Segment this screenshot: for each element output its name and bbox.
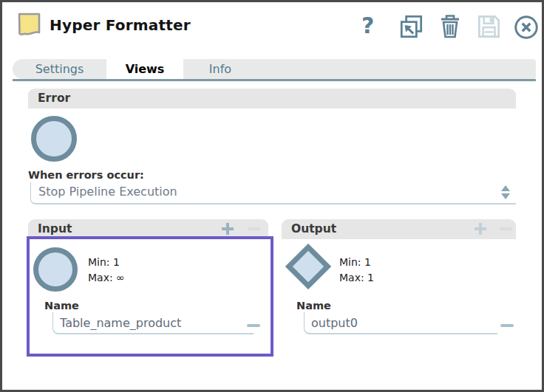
input-min-label: Min: 1 [88, 256, 120, 268]
input-name-label: Name [44, 300, 79, 312]
input-section-title: Input [38, 222, 72, 235]
output-name-field[interactable] [304, 312, 497, 334]
hyper-formatter-dialog: Hyper Formatter ? [0, 0, 544, 392]
select-spinner-icon [501, 185, 510, 199]
tab-bar: Settings Views Info [13, 59, 536, 79]
output-view-diamond-icon [285, 244, 331, 289]
close-icon[interactable] [512, 13, 540, 41]
tab-underline [13, 79, 536, 81]
help-icon[interactable]: ? [361, 12, 390, 40]
input-section-header: Input [28, 219, 268, 239]
tab-views[interactable]: Views [106, 59, 183, 79]
input-name-field[interactable] [52, 312, 254, 334]
sticky-note-icon [16, 11, 43, 42]
when-errors-occur-label: When errors occur: [28, 169, 144, 181]
save-icon [475, 13, 503, 41]
error-behavior-select[interactable]: Stop Pipeline Execution [30, 182, 516, 204]
remove-output-view-button[interactable] [499, 222, 512, 235]
export-snap-icon[interactable] [398, 13, 426, 41]
error-section-header: Error [28, 89, 516, 109]
add-input-view-button[interactable] [221, 222, 234, 235]
add-output-view-button[interactable] [474, 222, 487, 235]
tab-info[interactable]: Info [183, 59, 257, 79]
remove-input-view-button[interactable] [248, 222, 261, 235]
output-max-label: Max: 1 [339, 272, 374, 283]
remove-input-name-button[interactable] [247, 324, 260, 327]
chevron-up-icon [501, 185, 510, 191]
error-behavior-selected-value: Stop Pipeline Execution [31, 182, 516, 202]
output-name-label: Name [296, 300, 331, 312]
output-min-label: Min: 1 [339, 256, 371, 268]
remove-output-name-button[interactable] [500, 324, 514, 327]
output-section-header: Output [282, 219, 516, 239]
error-view-circle-icon [31, 116, 77, 162]
chevron-down-icon [501, 193, 510, 199]
input-max-label: Max: ∞ [88, 272, 125, 283]
tab-settings[interactable]: Settings [13, 59, 106, 79]
output-section-title: Output [291, 222, 336, 235]
dialog-title: Hyper Formatter [50, 16, 191, 34]
trash-icon[interactable] [437, 13, 465, 41]
input-view-circle-icon [33, 247, 78, 292]
